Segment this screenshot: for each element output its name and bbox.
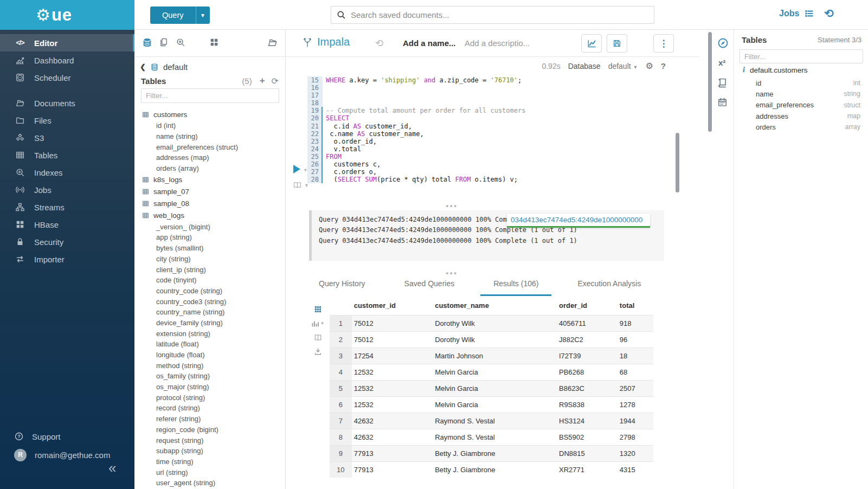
database-select[interactable]: default ▼ xyxy=(608,62,638,70)
execute-options-caret-icon[interactable]: ▼ xyxy=(303,168,308,173)
chart-view-icon[interactable]: ▼ xyxy=(311,319,325,327)
column-item[interactable]: client_ip (string) xyxy=(134,264,285,275)
column-item[interactable]: longitude (float) xyxy=(134,350,285,361)
new-query-button[interactable]: Query ▼ xyxy=(150,7,210,24)
query-history-icon[interactable]: ⟲ xyxy=(375,37,383,49)
download-icon[interactable] xyxy=(314,348,322,356)
add-table-icon[interactable]: + xyxy=(260,75,265,86)
table-item-sample_08[interactable]: sample_08 xyxy=(134,197,285,209)
more-actions-button[interactable]: ⋮ xyxy=(653,34,674,53)
assist-column-name[interactable]: namestring xyxy=(734,88,868,99)
column-item[interactable]: country_code3 (string) xyxy=(134,296,285,307)
resize-handle-top[interactable]: ●●● xyxy=(446,203,458,209)
column-item[interactable]: record (string) xyxy=(134,403,285,414)
snippet-docs-button[interactable]: ▼ xyxy=(292,181,309,190)
sidebar-item-support[interactable]: ? Support xyxy=(0,428,134,445)
sidebar-item-files[interactable]: Files xyxy=(0,112,134,129)
back-chevron-icon[interactable]: ❮ xyxy=(140,63,146,71)
functions-icon[interactable]: x² xyxy=(718,58,725,67)
column-item[interactable]: device_family (string) xyxy=(134,318,285,329)
sql-code-editor[interactable]: 15WHERE a.key = 'shipping' and a.zip_cod… xyxy=(307,76,525,183)
execute-play-button[interactable] xyxy=(293,165,300,173)
history-icon[interactable]: ⟲ xyxy=(824,7,834,20)
assist-column-id[interactable]: idint xyxy=(734,78,868,88)
sidebar-item-streams[interactable]: Streams xyxy=(0,198,134,216)
table-item-sample_07[interactable]: sample_07 xyxy=(134,185,285,197)
column-item[interactable]: email_preferences (struct) xyxy=(134,141,285,152)
grid-blocks-icon[interactable] xyxy=(209,37,219,47)
schedule-calendar-icon[interactable] xyxy=(717,97,728,107)
sidebar-item-hbase[interactable]: HBase xyxy=(0,216,134,233)
sidebar-item-dashboard[interactable]: Dashboard xyxy=(0,52,134,69)
refresh-icon[interactable]: ⟳ xyxy=(272,76,279,86)
resize-handle-bottom[interactable]: ●●● xyxy=(446,271,458,276)
column-item[interactable]: orders (array) xyxy=(134,163,285,174)
jobs-link[interactable]: Jobs xyxy=(779,9,814,18)
database-stack-icon[interactable] xyxy=(142,37,152,48)
column-item[interactable]: city (string) xyxy=(134,254,285,265)
column-item[interactable]: os_major (string) xyxy=(134,382,285,393)
save-button[interactable] xyxy=(607,34,627,53)
column-item[interactable]: latitude (float) xyxy=(134,339,285,350)
sidebar-item-importer[interactable]: Importer xyxy=(0,250,134,268)
tab-results-106[interactable]: Results (106) xyxy=(480,279,551,296)
column-item[interactable]: extension (string) xyxy=(134,328,285,339)
assist-compass-icon[interactable] xyxy=(717,37,729,49)
tab-query-history[interactable]: Query History xyxy=(319,279,365,296)
tab-execution-analysis[interactable]: Execution Analysis xyxy=(577,279,641,296)
page-scrollbar[interactable] xyxy=(708,32,712,132)
sidebar-collapse-button[interactable]: « xyxy=(108,460,116,477)
column-item[interactable]: region_code (bigint) xyxy=(134,424,285,435)
column-item[interactable]: bytes (smallint) xyxy=(134,243,285,254)
database-name[interactable]: default xyxy=(163,62,188,72)
column-item[interactable]: user_agent (string) xyxy=(134,478,285,488)
column-item[interactable]: time (string) xyxy=(134,456,285,467)
search-input[interactable] xyxy=(351,10,648,20)
help-icon[interactable]: ? xyxy=(661,61,666,70)
sidebar-item-scheduler[interactable]: Scheduler xyxy=(0,69,134,86)
column-item[interactable]: referer (string) xyxy=(134,414,285,424)
column-item[interactable]: code (tinyint) xyxy=(134,275,285,286)
search-zoom-icon[interactable] xyxy=(176,37,185,47)
logs-resize-strip[interactable] xyxy=(309,210,312,261)
sidebar-item-indexes[interactable]: Indexes xyxy=(0,164,134,181)
sidebar-item-tables[interactable]: Tables xyxy=(0,146,134,164)
assist-column-email_preferences[interactable]: email_preferencesstruct xyxy=(734,100,868,111)
query-description-field[interactable]: Add a descriptio... xyxy=(465,38,530,48)
folder-open-icon[interactable] xyxy=(267,37,278,48)
sidebar-item-s3[interactable]: S3 xyxy=(0,129,134,146)
column-item[interactable]: addresses (map) xyxy=(134,152,285,163)
column-item[interactable]: subapp (string) xyxy=(134,446,285,456)
column-item[interactable]: id (int) xyxy=(134,120,285,131)
column-item[interactable]: country_name (string) xyxy=(134,307,285,318)
column-item[interactable]: name (string) xyxy=(134,131,285,142)
assist-column-addresses[interactable]: addressesmap xyxy=(734,111,868,121)
table-item-k8s_logs[interactable]: k8s_logs xyxy=(134,173,285,185)
column-item[interactable]: request (string) xyxy=(134,435,285,446)
column-item[interactable]: os_family (string) xyxy=(134,371,285,382)
column-item[interactable]: app (string) xyxy=(134,232,285,243)
tab-saved-queries[interactable]: Saved Queries xyxy=(404,279,455,296)
query-caret-icon[interactable]: ▼ xyxy=(196,7,210,24)
sidebar-item-documents[interactable]: Documents xyxy=(0,94,134,112)
table-item-web_logs[interactable]: web_logs xyxy=(134,209,285,221)
chart-button[interactable] xyxy=(581,34,602,53)
assist-column-orders[interactable]: ordersarray xyxy=(734,121,868,132)
columns-view-icon[interactable] xyxy=(314,333,322,342)
sidebar-item-editor[interactable]: </>Editor xyxy=(0,34,134,52)
column-item[interactable]: method (string) xyxy=(134,360,285,371)
column-item[interactable]: url (string) xyxy=(134,467,285,478)
column-item[interactable]: protocol (string) xyxy=(134,392,285,403)
language-docs-icon[interactable] xyxy=(717,78,728,88)
tables-filter-input[interactable] xyxy=(141,88,279,103)
column-item[interactable]: _version_ (bigint) xyxy=(134,221,285,232)
table-item-customers[interactable]: customers xyxy=(134,108,285,120)
sidebar-item-security[interactable]: Security xyxy=(0,233,134,250)
query-name-field[interactable]: Add a name... xyxy=(403,38,456,48)
query-id-popover[interactable]: 034d413ec7474ed5:4249de1000000000 xyxy=(507,214,650,228)
sidebar-item-jobs[interactable]: Jobs xyxy=(0,181,134,198)
assist-filter-input[interactable] xyxy=(740,49,863,63)
settings-gear-icon[interactable]: ⚙ xyxy=(645,61,653,71)
column-item[interactable]: country_code (string) xyxy=(134,286,285,297)
documents-copy-icon[interactable] xyxy=(159,37,169,47)
